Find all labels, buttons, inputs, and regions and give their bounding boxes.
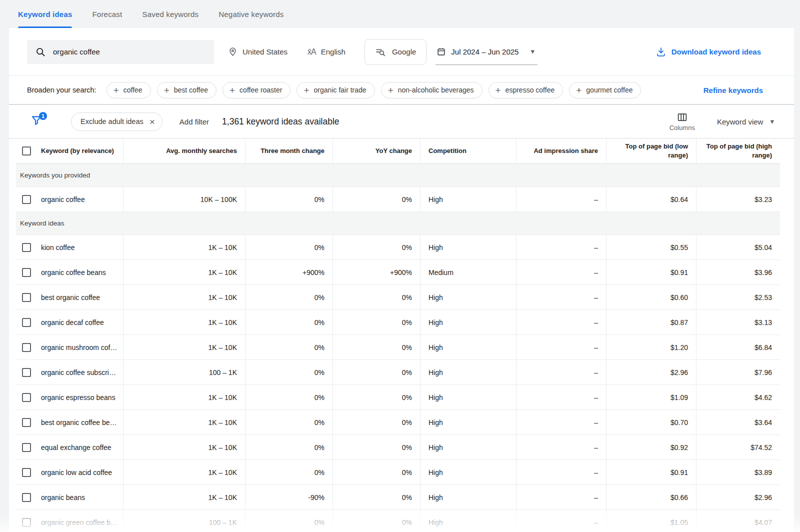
row-checkbox[interactable] [22, 493, 31, 502]
col-top-of-page-bid-high: Top of page bid (high range) [696, 138, 780, 164]
columns-icon [677, 112, 688, 122]
yoy-change-cell: 0% [332, 485, 420, 510]
keyword-label: organic coffee beans [41, 268, 106, 276]
refine-keywords-link[interactable]: Refine keywords [704, 86, 763, 94]
row-checkbox[interactable] [22, 343, 31, 352]
tab-keyword-ideas[interactable]: Keyword ideas [18, 0, 72, 28]
yoy-change-cell: 0% [332, 510, 420, 532]
broaden-chip-organic-fair-trade[interactable]: +organic fair trade [296, 82, 374, 98]
broaden-chip-non-alcoholic-beverages[interactable]: +non-alcoholic beverages [381, 82, 482, 98]
table-row[interactable]: organic decaf coffee 1K – 10K 0% 0% High… [16, 310, 780, 335]
avg-monthly-searches-cell: 100 – 1K [123, 510, 245, 532]
columns-label: Columns [670, 124, 695, 132]
table-row[interactable]: organic beans 1K – 10K -90% 0% High – $0… [16, 485, 780, 510]
filter-toolbar: 1 Exclude adult ideas × Add filter 1,361… [9, 105, 794, 138]
table-row[interactable]: best organic coffee 1K – 10K 0% 0% High … [16, 285, 780, 310]
three-month-change-cell: 0% [245, 235, 332, 260]
competition-cell: Medium [420, 260, 516, 284]
location-selector[interactable]: United States [228, 47, 288, 56]
search-icon [35, 46, 46, 58]
language-selector[interactable]: x̄A English [308, 48, 346, 56]
ad-impression-share-cell: – [516, 510, 606, 532]
search-input[interactable] [53, 48, 203, 56]
row-checkbox[interactable] [22, 368, 31, 377]
avg-monthly-searches-cell: 1K – 10K [123, 260, 245, 284]
tab-forecast[interactable]: Forecast [92, 0, 122, 28]
add-filter-button[interactable]: Add filter [180, 118, 209, 126]
date-range-selector[interactable]: Jul 2024 – Jun 2025 ▾ [436, 39, 538, 65]
avg-monthly-searches-cell: 1K – 10K [123, 485, 245, 510]
table-row[interactable]: organic low acid coffee 1K – 10K 0% 0% H… [16, 460, 780, 485]
row-checkbox[interactable] [22, 418, 31, 427]
keyword-view-dropdown[interactable]: Keyword view ▾ [717, 117, 774, 126]
table-row[interactable]: organic mushroom cof… 1K – 10K 0% 0% Hig… [16, 335, 780, 360]
three-month-change-cell: 0% [245, 335, 332, 360]
tab-negative-keywords[interactable]: Negative keywords [218, 0, 284, 28]
yoy-change-cell: 0% [332, 310, 420, 334]
date-range-label: Jul 2024 – Jun 2025 [451, 48, 518, 56]
section-header-keywords-you-provided: Keywords you provided [16, 164, 780, 187]
broaden-chip-best-coffee[interactable]: +best coffee [157, 82, 216, 98]
download-keyword-ideas-button[interactable]: Download keyword ideas [656, 46, 761, 58]
chip-label: coffee roaster [240, 86, 282, 94]
avg-monthly-searches-cell: 10K – 100K [123, 187, 245, 212]
select-all-checkbox[interactable] [22, 146, 31, 156]
low-bid-cell: $0.66 [606, 485, 696, 510]
keyword-label: organic coffee [41, 196, 85, 204]
plus-icon: + [304, 86, 309, 95]
broaden-chip-coffee-roaster[interactable]: +coffee roaster [222, 82, 290, 98]
keyword-label: best organic coffee [41, 294, 100, 302]
keyword-label: organic green coffee b… [41, 518, 118, 526]
table-row[interactable]: organic green coffee b… 100 – 1K 0% 0% H… [16, 510, 780, 532]
avg-monthly-searches-cell: 1K – 10K [123, 410, 245, 434]
keyword-label: organic beans [41, 494, 85, 502]
competition-cell: High [420, 187, 516, 212]
plus-icon: + [230, 86, 235, 95]
table-row[interactable]: organic espresso beans 1K – 10K 0% 0% Hi… [16, 385, 780, 410]
table-row[interactable]: best organic coffee be… 1K – 10K 0% 0% H… [16, 410, 780, 435]
network-selector[interactable]: Google [364, 39, 426, 65]
three-month-change-cell: 0% [245, 510, 332, 532]
download-icon [656, 46, 666, 58]
table-row[interactable]: organic coffee 10K – 100K 0% 0% High – $… [16, 187, 780, 212]
row-checkbox[interactable] [22, 243, 31, 252]
three-month-change-cell: 0% [245, 310, 332, 334]
search-toolbar: United States x̄A English Google Jul 202… [9, 28, 794, 76]
yoy-change-cell: 0% [332, 360, 420, 384]
high-bid-cell: $3.64 [696, 410, 780, 434]
low-bid-cell: $0.91 [606, 260, 696, 284]
row-checkbox[interactable] [22, 518, 31, 527]
table-row[interactable]: kion coffee 1K – 10K 0% 0% High – $0.55 … [16, 235, 780, 260]
row-checkbox[interactable] [22, 195, 31, 204]
row-checkbox[interactable] [22, 268, 31, 277]
exclude-adult-ideas-chip[interactable]: Exclude adult ideas × [71, 112, 162, 131]
ad-impression-share-cell: – [516, 485, 606, 510]
view-label: Keyword view [717, 118, 764, 126]
broaden-chip-coffee[interactable]: +coffee [106, 82, 151, 98]
high-bid-cell: $3.89 [696, 460, 780, 484]
competition-cell: High [420, 410, 516, 434]
keyword-search-field[interactable] [27, 40, 214, 64]
results-count-text: 1,361 keyword ideas available [222, 116, 339, 127]
close-icon[interactable]: × [150, 117, 155, 126]
table-row[interactable]: organic coffee beans 1K – 10K +900% +900… [16, 260, 780, 285]
columns-button[interactable]: Columns [670, 112, 695, 132]
section-header-keyword-ideas: Keyword ideas [16, 212, 780, 235]
keyword-plan-card: United States x̄A English Google Jul 202… [9, 28, 794, 532]
row-checkbox[interactable] [22, 468, 31, 477]
row-checkbox[interactable] [22, 293, 31, 302]
broaden-chip-gourmet-coffee[interactable]: +gourmet coffee [569, 82, 641, 98]
broaden-chip-espresso-coffee[interactable]: +espresso coffee [488, 82, 564, 98]
top-tab-bar: Keyword ideas Forecast Saved keywords Ne… [0, 0, 800, 28]
row-checkbox[interactable] [22, 318, 31, 327]
table-row[interactable]: organic coffee subscri… 100 – 1K 0% 0% H… [16, 360, 780, 385]
row-checkbox[interactable] [22, 443, 31, 452]
three-month-change-cell: -90% [245, 485, 332, 510]
three-month-change-cell: 0% [245, 187, 332, 212]
ad-impression-share-cell: – [516, 260, 606, 284]
row-checkbox[interactable] [22, 393, 31, 402]
tab-saved-keywords[interactable]: Saved keywords [142, 0, 198, 28]
table-row[interactable]: equal exchange coffee 1K – 10K 0% 0% Hig… [16, 435, 780, 460]
filter-button[interactable]: 1 [30, 114, 45, 129]
low-bid-cell: $0.64 [606, 187, 696, 212]
